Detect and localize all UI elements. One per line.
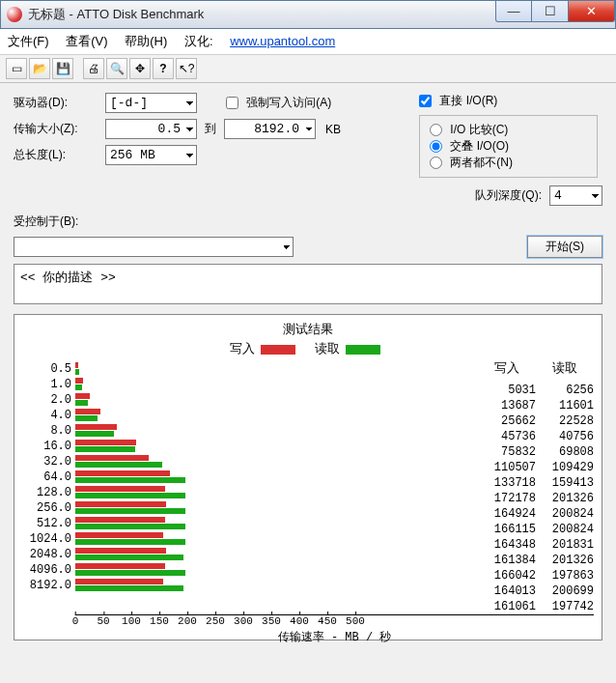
drive-label: 驱动器(D): (14, 95, 105, 111)
save-icon[interactable]: 💾 (52, 58, 73, 79)
close-button[interactable]: ✕ (569, 1, 615, 22)
size-label: 传输大小(Z): (14, 121, 105, 137)
length-label: 总长度(L): (14, 147, 105, 163)
preview-icon[interactable]: 🔍 (106, 58, 127, 79)
io-mode-group: I/O 比较(C) 交叠 I/O(O) 两者都不(N) (419, 115, 598, 178)
results-title: 测试结果 (22, 321, 594, 338)
to-label: 到 (205, 121, 216, 137)
direct-io-checkbox[interactable]: 直接 I/O(R) (419, 93, 598, 109)
controlled-by-label: 受控制于(B): (14, 213, 78, 230)
kb-label: KB (325, 123, 341, 136)
open-icon[interactable]: 📂 (29, 58, 50, 79)
print-icon[interactable]: 🖨 (83, 58, 104, 79)
maximize-button[interactable]: ☐ (532, 1, 569, 22)
size-from-select[interactable]: 0.5 (105, 119, 197, 139)
data-header: 写入读取 (478, 359, 594, 377)
overlapped-io-radio[interactable]: 交叠 I/O(O) (430, 138, 587, 155)
menu-view[interactable]: 查看(V) (66, 34, 107, 48)
chart-y-labels: 0.51.02.04.08.016.032.064.0128.0256.0512… (22, 359, 75, 614)
l10n-label: 汉化: (184, 34, 213, 48)
l10n-link[interactable]: www.upantool.com (230, 34, 335, 48)
neither-radio[interactable]: 两者都不(N) (430, 155, 587, 171)
minimize-button[interactable]: — (495, 1, 532, 22)
chart-bars (75, 359, 478, 614)
context-help-icon[interactable]: ↖? (176, 58, 197, 79)
menu-bar: 文件(F) 查看(V) 帮助(H) 汉化: www.upantool.com (0, 29, 616, 55)
drive-select[interactable]: [-d-] (105, 93, 197, 113)
size-to-select[interactable]: 8192.0 (224, 119, 316, 139)
read-swatch-icon (346, 345, 380, 355)
io-compare-radio[interactable]: I/O 比较(C) (430, 122, 587, 138)
description-box[interactable]: << 你的描述 >> (14, 264, 602, 304)
data-rows: 5031625613687116012566222528457364075675… (478, 383, 594, 614)
start-button[interactable]: 开始(S) (527, 236, 602, 258)
app-icon (7, 7, 22, 22)
chart-x-label: 传输速率 - MB / 秒 (75, 629, 594, 645)
queue-depth-label: 队列深度(Q): (475, 187, 542, 204)
menu-help[interactable]: 帮助(H) (125, 34, 167, 48)
new-icon[interactable]: ▭ (6, 58, 27, 79)
controlled-by-select[interactable] (14, 237, 294, 257)
write-swatch-icon (261, 345, 295, 355)
force-write-checkbox[interactable]: 强制写入访问(A) (226, 95, 331, 111)
queue-depth-select[interactable]: 4 (549, 185, 602, 206)
title-bar: 无标题 - ATTO Disk Benchmark — ☐ ✕ (0, 0, 616, 29)
chart-legend: 写入 读取 (22, 340, 594, 357)
results-panel: 测试结果 写入 读取 0.51.02.04.08.016.032.064.012… (14, 314, 602, 640)
length-select[interactable]: 256 MB (105, 145, 197, 165)
target-icon[interactable]: ✥ (129, 58, 151, 79)
help-icon[interactable]: ? (153, 58, 174, 79)
client-area: 驱动器(D): [-d-] 强制写入访问(A) 传输大小(Z): 0.5 到 8… (0, 83, 616, 683)
chart-x-axis: 传输速率 - MB / 秒 05010015020025030035040045… (75, 614, 594, 643)
menu-file[interactable]: 文件(F) (8, 34, 49, 48)
toolbar: ▭ 📂 💾 🖨 🔍 ✥ ? ↖? (0, 55, 616, 83)
window-title: 无标题 - ATTO Disk Benchmark (28, 6, 495, 23)
